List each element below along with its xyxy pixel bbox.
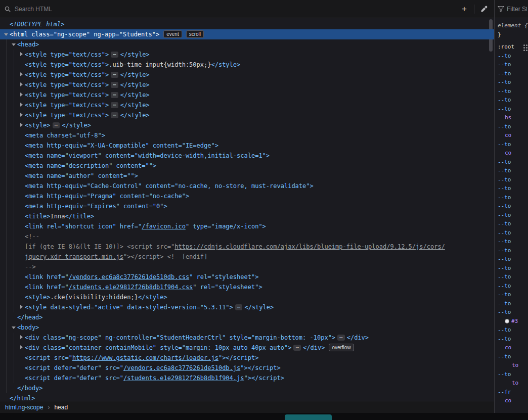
rule-property[interactable]: --to — [498, 175, 528, 184]
tree-row[interactable]: <html class="ng-scope" ng-app="Students"… — [0, 29, 494, 39]
rule-line[interactable]: co — [498, 343, 528, 352]
rule-line[interactable]: co — [498, 131, 528, 140]
rule-property[interactable]: --to — [498, 246, 528, 255]
rule-property[interactable]: --to — [498, 96, 528, 105]
rule-property[interactable]: --to — [498, 352, 528, 361]
tree-row[interactable]: <script defer="defer" src="/vendors.ec6a… — [0, 363, 494, 373]
tree-row[interactable]: <style>.cke{visibility:hidden;}</style> — [0, 292, 494, 302]
tree-row[interactable]: <style type="text/css">⋯</style> — [0, 110, 494, 120]
collapsed-content-icon[interactable]: ⋯ — [53, 122, 60, 128]
rule-property[interactable]: --fr — [498, 388, 528, 397]
search-input[interactable] — [15, 6, 455, 13]
tree-row[interactable]: <link href="/students.e1e29812f26b8db1f9… — [0, 282, 494, 292]
collapsed-content-icon[interactable]: ⋯ — [337, 335, 345, 341]
tree-row[interactable]: <style type="text/css">⋯</style> — [0, 90, 494, 100]
tree-row[interactable]: <meta http-equiv="Pragma" content="no-ca… — [0, 191, 494, 201]
collapsed-content-icon[interactable]: ⋯ — [293, 345, 301, 351]
rule-property[interactable]: --to — [498, 52, 528, 61]
tree-row[interactable]: <!DOCTYPE html> — [0, 19, 494, 29]
rule-property[interactable]: --to — [498, 140, 528, 149]
collapsed-content-icon[interactable]: ⋯ — [111, 112, 118, 118]
tree-row[interactable]: <style data-styled="active" data-styled-… — [0, 302, 494, 312]
expand-arrow[interactable] — [12, 325, 17, 330]
rule-line[interactable]: to — [498, 379, 528, 388]
tree-row[interactable]: </html> — [0, 393, 494, 401]
rule-property[interactable]: --to — [498, 184, 528, 193]
rule-property[interactable]: --to — [498, 255, 528, 264]
rule-property[interactable]: --to — [498, 219, 528, 228]
tree-row[interactable]: <div class="container containMobile" sty… — [0, 343, 494, 353]
tree-row[interactable]: <meta name="viewport" content="width=dev… — [0, 151, 494, 161]
tree-row[interactable]: <link href="/vendors.ec6a8c3776261de510d… — [0, 272, 494, 282]
tree-row[interactable]: <div class="ng-scope" ng-controller="Stu… — [0, 333, 494, 343]
color-swatch[interactable] — [505, 319, 509, 323]
tree-row[interactable]: </head> — [0, 312, 494, 322]
rule-line[interactable]: to — [498, 361, 528, 370]
rule-property[interactable]: --to — [498, 202, 528, 211]
rule-property[interactable]: --to — [498, 290, 528, 299]
collapsed-content-icon[interactable]: ⋯ — [111, 82, 118, 88]
expand-arrow[interactable] — [19, 123, 25, 128]
tree-row[interactable]: <meta http-equiv="X-UA-Compatible" conte… — [0, 141, 494, 151]
collapsed-content-icon[interactable]: ⋯ — [111, 72, 118, 78]
expand-arrow[interactable] — [12, 42, 17, 47]
rule-property[interactable]: --to — [498, 228, 528, 238]
breadcrumb-item-head[interactable]: head — [54, 404, 68, 411]
rule-property[interactable]: --to — [498, 69, 528, 78]
scroll-badge[interactable]: scroll — [186, 30, 204, 38]
tree-row[interactable]: <meta http-equiv="Expires" content="0"> — [0, 201, 494, 211]
tree-row[interactable]: [if (gte IE 8)&(lt IE 10)]> <script src=… — [0, 242, 494, 252]
tree-row[interactable]: <style>⋯</style> — [0, 120, 494, 130]
tree-row[interactable]: <!-- — [0, 231, 494, 242]
rule-line[interactable]: co — [498, 396, 528, 405]
rule-property[interactable]: --to — [498, 237, 528, 246]
expand-arrow[interactable] — [4, 32, 10, 37]
collapsed-content-icon[interactable]: ⋯ — [111, 52, 118, 58]
tree-row[interactable]: <title>Inna</title> — [0, 211, 494, 221]
rule-property[interactable]: --to — [498, 158, 528, 167]
expand-arrow[interactable] — [19, 113, 25, 118]
rule-line[interactable]: co — [498, 149, 528, 158]
breadcrumb-item-html[interactable]: html.ng-scope — [5, 404, 43, 411]
tree-row[interactable]: </body> — [0, 383, 494, 393]
rule-property[interactable]: --to — [498, 272, 528, 282]
expand-arrow[interactable] — [19, 305, 25, 310]
rule-property[interactable]: --to — [498, 105, 528, 114]
rule-property[interactable]: --to — [498, 308, 528, 317]
rule-property[interactable]: --to — [498, 122, 528, 131]
rule-property[interactable]: --to — [498, 166, 528, 175]
eyedropper-button[interactable] — [478, 3, 490, 15]
rule-line[interactable]: #3 — [498, 317, 528, 326]
tree-row[interactable]: <script defer="defer" src="/students.e1e… — [0, 373, 494, 383]
expand-arrow[interactable] — [19, 335, 25, 340]
tree-row[interactable]: <meta name="description" content=""> — [0, 161, 494, 171]
tree-row[interactable]: --> — [0, 262, 494, 272]
rule-property[interactable]: --to — [498, 87, 528, 96]
tree-row[interactable]: <meta http-equiv="Cache-Control" content… — [0, 181, 494, 191]
collapsed-content-icon[interactable]: ⋯ — [111, 92, 118, 98]
rule-property[interactable]: --to — [498, 264, 528, 273]
event-badge[interactable]: event — [163, 30, 182, 38]
expand-arrow[interactable] — [19, 72, 25, 77]
tree-row[interactable]: <style type="text/css">.uib-time input{w… — [0, 60, 494, 70]
rule-property[interactable]: --to — [498, 335, 528, 344]
rule-property[interactable]: --to — [498, 193, 528, 202]
tree-row[interactable]: <style type="text/css">⋯</style> — [0, 80, 494, 90]
expand-arrow[interactable] — [19, 92, 25, 98]
tree-row[interactable]: <script src="https://www.gstatic.com/cha… — [0, 353, 494, 363]
rule-property[interactable]: --to — [498, 211, 528, 220]
expand-arrow[interactable] — [19, 52, 25, 57]
rule-property[interactable]: --to — [498, 282, 528, 291]
expand-arrow[interactable] — [19, 103, 25, 108]
tree-row[interactable]: <style type="text/css">⋯</style> — [0, 50, 494, 60]
tree-row[interactable]: <style type="text/css">⋯</style> — [0, 100, 494, 110]
tree-row[interactable]: <body> — [0, 322, 494, 333]
new-node-button[interactable]: + — [458, 3, 470, 15]
rule-property[interactable]: --to — [498, 325, 528, 335]
tree-row[interactable]: <meta name="author" content=""> — [0, 171, 494, 181]
collapsed-content-icon[interactable]: ⋯ — [111, 102, 118, 108]
tree-row[interactable]: <meta charset="utf-8"> — [0, 130, 494, 141]
tree-row[interactable]: <head> — [0, 39, 494, 50]
expand-arrow[interactable] — [19, 345, 25, 350]
expand-arrow[interactable] — [19, 82, 25, 87]
